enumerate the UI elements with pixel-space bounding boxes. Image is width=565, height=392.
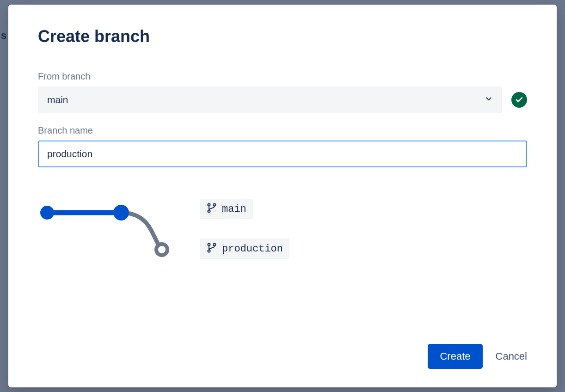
valid-check-icon	[511, 92, 527, 108]
modal-title: Create branch	[38, 27, 527, 46]
from-branch-select[interactable]: main	[38, 86, 502, 113]
cancel-button[interactable]: Cancel	[496, 350, 527, 362]
create-button[interactable]: Create	[428, 344, 482, 369]
modal-footer: Create Cancel	[38, 344, 527, 369]
svg-point-1	[40, 206, 54, 220]
from-branch-field: From branch main	[38, 71, 527, 113]
branch-icon	[206, 202, 217, 215]
branch-graph-icon	[38, 202, 172, 263]
background-text: s	[1, 30, 6, 42]
target-branch-tag: production	[200, 239, 289, 259]
branch-name-label: Branch name	[38, 125, 527, 136]
target-branch-tag-label: production	[222, 243, 283, 255]
from-branch-selected-value: main	[47, 94, 68, 105]
branch-diagram: main production	[38, 202, 527, 263]
source-branch-tag-label: main	[222, 203, 246, 215]
chevron-down-icon	[485, 95, 493, 105]
branch-icon	[206, 242, 217, 255]
branch-name-input[interactable]	[38, 141, 527, 167]
svg-point-3	[156, 244, 167, 255]
branch-name-field: Branch name	[38, 125, 527, 167]
branch-tag-list: main production	[200, 199, 289, 259]
create-branch-modal: Create branch From branch main Branch na…	[8, 5, 557, 387]
svg-point-2	[113, 205, 129, 220]
source-branch-tag: main	[200, 199, 253, 219]
from-branch-label: From branch	[38, 71, 527, 82]
